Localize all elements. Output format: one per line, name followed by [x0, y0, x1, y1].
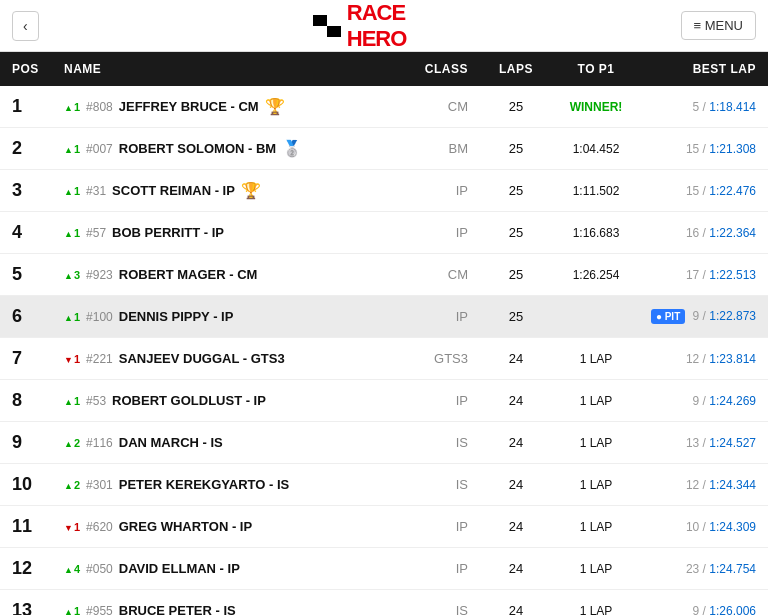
- driver-name: ROBERT MAGER - CM: [119, 267, 258, 282]
- trophy-icon: 🏆: [241, 181, 261, 200]
- table-row[interactable]: 8 1 #53 ROBERT GOLDLUST - IP IP 24 1 LAP…: [0, 380, 768, 422]
- table-row[interactable]: 1 1 #808 JEFFREY BRUCE - CM 🏆 CM 25 WINN…: [0, 86, 768, 128]
- table-row[interactable]: 4 1 #57 BOB PERRITT - IP IP 25 1:16.683 …: [0, 212, 768, 254]
- col-header-bestlap: BEST LAP: [636, 62, 756, 76]
- best-lap-link[interactable]: 1:24.527: [709, 436, 756, 450]
- driver-name-cell: 3 #923 ROBERT MAGER - CM: [64, 267, 396, 282]
- trend-up: 1: [64, 143, 80, 155]
- menu-button[interactable]: ≡ MENU: [681, 11, 756, 40]
- table-row[interactable]: 13 1 #955 BRUCE PETER - IS IS 24 1 LAP 9…: [0, 590, 768, 615]
- driver-name-cell: 1 #57 BOB PERRITT - IP: [64, 225, 396, 240]
- best-lap-link[interactable]: 1:21.308: [709, 142, 756, 156]
- laps: 25: [476, 309, 556, 324]
- best-lap-link[interactable]: 1:24.344: [709, 478, 756, 492]
- table-row[interactable]: 9 2 #116 DAN MARCH - IS IS 24 1 LAP 13 /…: [0, 422, 768, 464]
- trend-up: 1: [64, 185, 80, 197]
- lap-slash: 23 /: [686, 562, 706, 576]
- to-p1-value: 1:04.452: [573, 142, 620, 156]
- driver-name: JEFFREY BRUCE - CM: [119, 99, 259, 114]
- lap-slash: 10 /: [686, 520, 706, 534]
- driver-name: SCOTT REIMAN - IP: [112, 183, 235, 198]
- car-number: #007: [86, 142, 113, 156]
- driver-name-cell: 1 #007 ROBERT SOLOMON - BM 🥈: [64, 139, 396, 158]
- best-lap-link[interactable]: 1:22.513: [709, 268, 756, 282]
- position: 4: [12, 222, 64, 243]
- best-lap: 13 / 1:24.527: [636, 436, 756, 450]
- to-p1-container: 1:16.683: [556, 225, 636, 240]
- table-row[interactable]: 2 1 #007 ROBERT SOLOMON - BM 🥈 BM 25 1:0…: [0, 128, 768, 170]
- laps: 24: [476, 351, 556, 366]
- trend-up: 4: [64, 563, 80, 575]
- to-p1-value: 1 LAP: [580, 436, 613, 450]
- class: CM: [396, 267, 476, 282]
- trophy-icon: 🏆: [265, 97, 285, 116]
- to-p1-container: 1 LAP: [556, 519, 636, 534]
- lap-slash: 15 /: [686, 142, 706, 156]
- best-lap-link[interactable]: 1:22.873: [709, 309, 756, 323]
- back-button[interactable]: ‹: [12, 11, 39, 41]
- driver-name: BRUCE PETER - IS: [119, 603, 236, 615]
- table-row[interactable]: 12 4 #050 DAVID ELLMAN - IP IP 24 1 LAP …: [0, 548, 768, 590]
- header: ‹ RACE HERO ≡ MENU: [0, 0, 768, 52]
- to-p1-container: 1:26.254: [556, 267, 636, 282]
- best-lap: 5 / 1:18.414: [636, 100, 756, 114]
- position: 7: [12, 348, 64, 369]
- best-lap-link[interactable]: 1:22.364: [709, 226, 756, 240]
- to-p1-value: 1 LAP: [580, 520, 613, 534]
- lap-slash: 12 /: [686, 478, 706, 492]
- table-row[interactable]: 6 1 #100 DENNIS PIPPY - IP IP 25 ● PIT 9…: [0, 296, 768, 338]
- table-row[interactable]: 7 1 #221 SANJEEV DUGGAL - GTS3 GTS3 24 1…: [0, 338, 768, 380]
- best-lap-link[interactable]: 1:24.269: [709, 394, 756, 408]
- race-table: 1 1 #808 JEFFREY BRUCE - CM 🏆 CM 25 WINN…: [0, 86, 768, 615]
- best-lap-link[interactable]: 1:24.309: [709, 520, 756, 534]
- to-p1-container: 1 LAP: [556, 561, 636, 576]
- col-header-name: NAME: [64, 62, 396, 76]
- best-lap-link[interactable]: 1:24.754: [709, 562, 756, 576]
- to-p1-container: 1:11.502: [556, 183, 636, 198]
- class: IS: [396, 477, 476, 492]
- best-lap-link[interactable]: 1:18.414: [709, 100, 756, 114]
- car-number: #050: [86, 562, 113, 576]
- class: IP: [396, 225, 476, 240]
- best-lap-link[interactable]: 1:23.814: [709, 352, 756, 366]
- best-lap: 9 / 1:26.006: [636, 604, 756, 616]
- class: IP: [396, 309, 476, 324]
- best-lap: 17 / 1:22.513: [636, 268, 756, 282]
- col-header-laps: LAPS: [476, 62, 556, 76]
- lap-slash: 9 /: [693, 309, 706, 323]
- car-number: #31: [86, 184, 106, 198]
- trend-up: 1: [64, 605, 80, 616]
- car-number: #620: [86, 520, 113, 534]
- trend-up: 2: [64, 437, 80, 449]
- best-lap: 9 / 1:24.269: [636, 394, 756, 408]
- to-p1-container: 1 LAP: [556, 477, 636, 492]
- best-lap-link[interactable]: 1:26.006: [709, 604, 756, 616]
- laps: 25: [476, 141, 556, 156]
- trend-up: 2: [64, 479, 80, 491]
- class: IP: [396, 183, 476, 198]
- lap-slash: 5 /: [693, 100, 706, 114]
- col-header-pos: POS: [12, 62, 64, 76]
- driver-name: SANJEEV DUGGAL - GTS3: [119, 351, 285, 366]
- table-row[interactable]: 3 1 #31 SCOTT REIMAN - IP 🏆 IP 25 1:11.5…: [0, 170, 768, 212]
- driver-name: GREG WHARTON - IP: [119, 519, 252, 534]
- table-row[interactable]: 11 1 #620 GREG WHARTON - IP IP 24 1 LAP …: [0, 506, 768, 548]
- driver-name: DAVID ELLMAN - IP: [119, 561, 240, 576]
- best-lap-link[interactable]: 1:22.476: [709, 184, 756, 198]
- lap-slash: 9 /: [693, 394, 706, 408]
- driver-name-cell: 1 #221 SANJEEV DUGGAL - GTS3: [64, 351, 396, 366]
- position: 8: [12, 390, 64, 411]
- to-p1-value: 1:16.683: [573, 226, 620, 240]
- table-row[interactable]: 5 3 #923 ROBERT MAGER - CM CM 25 1:26.25…: [0, 254, 768, 296]
- laps: 24: [476, 561, 556, 576]
- class: BM: [396, 141, 476, 156]
- trend-up: 3: [64, 269, 80, 281]
- laps: 25: [476, 267, 556, 282]
- driver-name-cell: 1 #53 ROBERT GOLDLUST - IP: [64, 393, 396, 408]
- to-p1-value: 1 LAP: [580, 352, 613, 366]
- laps: 25: [476, 225, 556, 240]
- table-row[interactable]: 10 2 #301 PETER KEREKGYARTO - IS IS 24 1…: [0, 464, 768, 506]
- class: GTS3: [396, 351, 476, 366]
- best-lap: 10 / 1:24.309: [636, 520, 756, 534]
- col-header-top1: TO P1: [556, 62, 636, 76]
